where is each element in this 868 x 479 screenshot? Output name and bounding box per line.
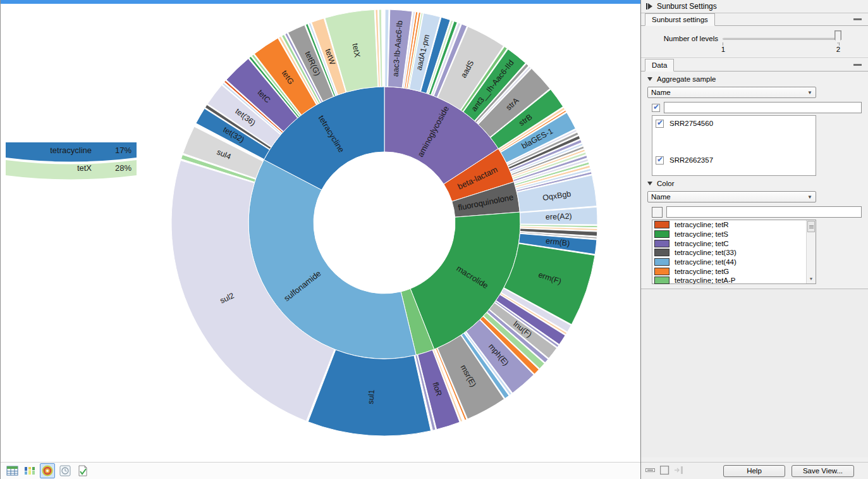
color-item-label: tetracycline; tetG — [675, 268, 729, 275]
slider-max-label: 2 — [834, 46, 842, 53]
color-list-item[interactable]: tetracycline; tetC — [652, 239, 816, 248]
color-swatch[interactable] — [654, 258, 669, 266]
side-panel-header: Sunburst Settings — [641, 0, 868, 13]
tooltip-value: 17% — [115, 146, 131, 155]
color-swatch[interactable] — [654, 249, 669, 256]
sample-label: SRR2662357 — [669, 155, 713, 164]
color-item-label: tetracycline; tetR — [675, 221, 729, 228]
sunburst-settings-tabrow: Sunburst settings — [641, 13, 868, 26]
sample-list-item[interactable]: SRR2662357 — [652, 152, 816, 189]
color-swatch[interactable] — [654, 230, 669, 238]
sample-checkbox[interactable] — [656, 156, 664, 165]
color-list-item[interactable]: tetracycline; tetG — [652, 266, 816, 276]
sample-list-item[interactable]: SRR2754560 — [652, 116, 816, 152]
color-list-container: tetracycline; tetRtetracycline; tetStetr… — [652, 220, 816, 284]
color-dropdown[interactable]: Name ▼ — [647, 191, 816, 202]
collapse-group-icon — [647, 182, 652, 185]
chevron-down-icon: ▼ — [805, 192, 815, 201]
color-item-label: tetracycline; tetS — [675, 230, 728, 238]
data-tabrow: Data — [641, 59, 868, 72]
hover-tooltip: tetracycline17%tetX28% — [4, 142, 138, 186]
sunburst-view: aminoglycosidebeta-lactamfluoroquinolone… — [0, 0, 640, 479]
side-panel-title: Sunburst Settings — [657, 2, 717, 11]
collapse-panel-icon[interactable] — [646, 3, 652, 9]
save-view-button[interactable]: Save View... — [792, 465, 854, 477]
color-list-item[interactable]: tetracycline; tet(33) — [652, 248, 816, 258]
color-swatch[interactable] — [654, 221, 669, 228]
levels-slider-block: Number of levels 1 2 — [641, 26, 868, 58]
color-list-item[interactable]: tetracycline; tetR — [652, 220, 816, 230]
tooltip-value: 28% — [115, 163, 131, 173]
color-swatch[interactable] — [654, 268, 669, 275]
dock-panel-icon[interactable] — [674, 466, 684, 476]
levels-slider-label: Number of levels — [641, 35, 718, 42]
sunburst-chart[interactable]: aminoglycosidebeta-lactamfluoroquinolone… — [1, 4, 641, 462]
settings-side-panel: Sunburst Settings Sunburst settings Numb… — [640, 0, 868, 479]
history-view-icon[interactable] — [58, 463, 73, 478]
minimize-data-icon[interactable] — [853, 64, 862, 66]
sunburst-view-icon[interactable] — [40, 463, 55, 478]
color-list-item[interactable]: tetracycline; tetS — [652, 230, 816, 239]
tooltip-label: tetX — [77, 163, 92, 173]
color-item-label: tetracycline; tet(44) — [675, 258, 737, 266]
scrollbar-down-icon[interactable]: ▼ — [807, 275, 815, 283]
color-item-label: tetracycline; tet(33) — [675, 249, 737, 256]
color-swatch[interactable] — [654, 240, 669, 247]
float-panel-icon[interactable] — [660, 466, 669, 476]
color-swatch[interactable] — [654, 277, 669, 284]
aggregate-sample-label: Aggregate sample — [657, 75, 716, 83]
dropdown-value: Name — [651, 193, 671, 201]
color-list[interactable]: tetracycline; tetRtetracycline; tetStetr… — [652, 220, 816, 284]
segment-label: sul1 — [366, 389, 376, 404]
sunburst-chart-area[interactable]: aminoglycosidebeta-lactamfluoroquinolone… — [1, 4, 641, 462]
sample-checkbox[interactable] — [656, 120, 664, 128]
collapse-all-icon[interactable] — [645, 466, 656, 475]
view-toolbar — [1, 462, 641, 479]
minimize-sunburst-settings-icon[interactable] — [853, 18, 862, 20]
color-picker-swatch[interactable] — [652, 207, 663, 218]
tooltip-label: tetracycline — [50, 146, 92, 155]
sample-filter-input[interactable] — [664, 102, 862, 113]
color-list-scrollbar[interactable]: ▼ — [806, 220, 816, 283]
color-list-item[interactable]: tetracycline; tetA-P — [652, 276, 816, 284]
slider-min-label: 1 — [720, 46, 726, 53]
help-button[interactable]: Help — [723, 465, 785, 477]
report-view-icon[interactable] — [75, 463, 90, 478]
tab-sunburst-settings[interactable]: Sunburst settings — [645, 13, 715, 26]
aggregate-sample-group[interactable]: Aggregate sample — [641, 72, 868, 85]
color-list-item[interactable]: tetracycline; tet(44) — [652, 258, 816, 267]
levels-slider-track[interactable] — [723, 38, 841, 40]
samples-list[interactable]: SRR2754560SRR2662357 — [652, 115, 816, 176]
select-all-samples-checkbox[interactable] — [652, 104, 660, 112]
color-item-label: tetracycline; tetC — [675, 240, 729, 247]
aggregate-sample-dropdown[interactable]: Name ▼ — [647, 87, 816, 98]
table-view-icon[interactable] — [4, 463, 20, 478]
collapse-group-icon — [647, 77, 652, 81]
color-item-label: tetracycline; tetA-P — [675, 277, 736, 284]
dropdown-value: Name — [651, 89, 671, 96]
stacked-bar-view-icon[interactable] — [22, 463, 37, 478]
color-filter-input[interactable] — [666, 206, 862, 218]
tab-data[interactable]: Data — [645, 59, 674, 72]
sample-label: SRR2754560 — [669, 118, 713, 127]
segment-label: ere(A2) — [546, 212, 572, 221]
scrollbar-thumb[interactable] — [807, 221, 815, 232]
chevron-down-icon: ▼ — [805, 88, 815, 97]
side-panel-bottom-bar: Help Save View... — [641, 462, 868, 479]
levels-slider-thumb[interactable] — [834, 30, 841, 44]
